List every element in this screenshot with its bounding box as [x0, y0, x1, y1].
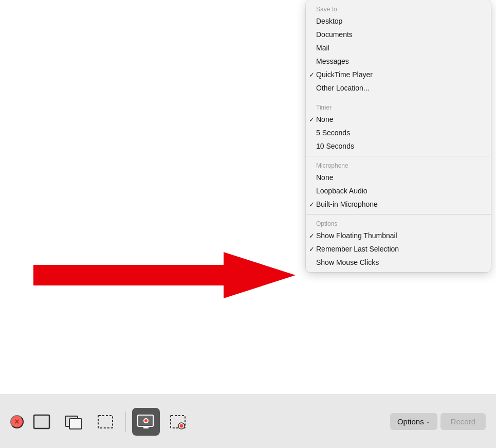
menu-item-mail[interactable]: Mail	[306, 41, 491, 55]
options-section: Options Show Floating Thumbnail Remember…	[306, 214, 491, 272]
selection-capture-icon	[96, 413, 115, 431]
toolbar: Options ⌄ Record	[0, 395, 496, 448]
menu-item-show-mouse-clicks[interactable]: Show Mouse Clicks	[306, 256, 491, 269]
menu-item-loopback[interactable]: Loopback Audio	[306, 184, 491, 198]
options-header: Options	[306, 218, 491, 229]
save-to-section: Save to Desktop Documents Mail Messages …	[306, 0, 491, 98]
close-button[interactable]	[10, 415, 24, 428]
timer-header: Timer	[306, 101, 491, 113]
menu-item-other-location[interactable]: Other Location...	[306, 81, 491, 95]
svg-rect-7	[98, 416, 113, 428]
window-capture-btn[interactable]	[60, 408, 87, 436]
menu-item-quicktime[interactable]: QuickTime Player	[306, 68, 491, 81]
screen-record-btn[interactable]	[132, 408, 160, 436]
save-to-header: Save to	[306, 3, 491, 14]
menu-item-none-timer[interactable]: None	[306, 113, 491, 126]
toolbar-right: Options ⌄ Record	[390, 413, 486, 430]
menu-item-floating-thumbnail[interactable]: Show Floating Thumbnail	[306, 229, 491, 242]
svg-point-15	[180, 424, 183, 427]
chevron-down-icon: ⌄	[426, 419, 430, 424]
full-screen-icon	[32, 413, 51, 431]
options-button[interactable]: Options ⌄	[390, 413, 437, 430]
svg-rect-2	[35, 416, 48, 427]
selection-record-btn[interactable]	[164, 408, 192, 436]
selection-record-icon	[169, 413, 187, 431]
window-capture-icon	[64, 413, 83, 431]
menu-item-messages[interactable]: Messages	[306, 55, 491, 68]
menu-item-desktop[interactable]: Desktop	[306, 14, 491, 28]
microphone-header: Microphone	[306, 159, 491, 171]
options-label: Options	[397, 417, 424, 426]
toolbar-separator-1	[125, 411, 126, 432]
full-screen-btn[interactable]	[28, 408, 56, 436]
screen-record-icon	[137, 413, 155, 431]
timer-section: Timer None 5 Seconds 10 Seconds	[306, 98, 491, 156]
menu-item-5seconds[interactable]: 5 Seconds	[306, 126, 491, 139]
record-label: Record	[451, 417, 475, 426]
record-button[interactable]: Record	[440, 413, 486, 430]
dropdown-menu: Save to Desktop Documents Mail Messages …	[306, 0, 491, 272]
svg-rect-12	[143, 426, 149, 428]
menu-item-builtin-mic[interactable]: Built-in Microphone	[306, 198, 491, 211]
svg-rect-6	[70, 420, 81, 428]
svg-marker-0	[33, 252, 296, 298]
svg-point-11	[144, 419, 148, 422]
menu-item-documents[interactable]: Documents	[306, 28, 491, 41]
menu-item-10seconds[interactable]: 10 Seconds	[306, 139, 491, 153]
menu-item-none-mic[interactable]: None	[306, 171, 491, 184]
menu-item-remember-selection[interactable]: Remember Last Selection	[306, 242, 491, 256]
selection-capture-btn[interactable]	[91, 408, 119, 436]
microphone-section: Microphone None Loopback Audio Built-in …	[306, 156, 491, 214]
